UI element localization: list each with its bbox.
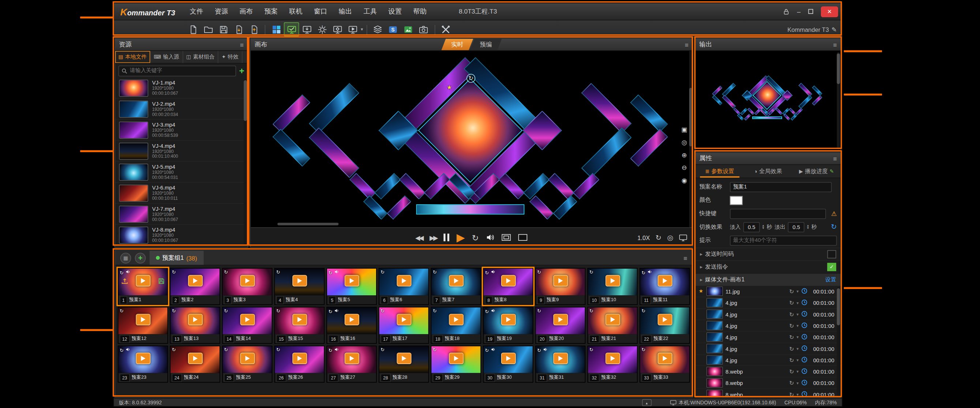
pause-button[interactable] bbox=[444, 233, 450, 241]
add-resource-button[interactable]: + bbox=[239, 66, 244, 75]
tip-input[interactable]: 最大支持40个字符 bbox=[730, 235, 837, 245]
preset-card-31[interactable]: ↻31预案31 bbox=[535, 346, 585, 383]
clock-icon[interactable] bbox=[801, 368, 807, 375]
clock-icon[interactable] bbox=[801, 299, 807, 307]
chevron-down-icon[interactable]: ▾ bbox=[361, 27, 363, 32]
loop-icon[interactable]: ↻ bbox=[789, 346, 794, 352]
chevron-down-icon[interactable]: ▾ bbox=[797, 323, 799, 328]
resources-tab-1[interactable]: ▤本地文件 bbox=[115, 51, 151, 63]
loop-icon[interactable]: ↻ bbox=[789, 368, 794, 375]
screen-down-icon[interactable] bbox=[299, 22, 315, 36]
search-input[interactable]: 请输入关键字 bbox=[119, 65, 236, 76]
hamburger-icon[interactable]: ≡ bbox=[833, 155, 837, 162]
chevron-down-icon[interactable]: ▾ bbox=[797, 335, 799, 339]
chevron-down-icon[interactable]: ▾ bbox=[797, 380, 799, 385]
checkbox[interactable] bbox=[827, 250, 836, 259]
preset-play-button[interactable] bbox=[396, 353, 411, 364]
preset-card-7[interactable]: ↻7预案7 bbox=[431, 268, 481, 305]
preset-card-26[interactable]: ↻26预案26 bbox=[274, 346, 325, 383]
clock-icon[interactable] bbox=[801, 390, 807, 397]
loop-icon[interactable]: ↻ bbox=[789, 357, 794, 363]
chevron-down-icon[interactable]: ▾ bbox=[797, 369, 799, 374]
preset-card-10[interactable]: ↻10预案10 bbox=[587, 268, 638, 305]
preset-play-button[interactable] bbox=[657, 275, 672, 287]
chevron-down-icon[interactable]: ▾ bbox=[797, 300, 799, 305]
chevron-down-icon[interactable]: ▾ bbox=[797, 312, 799, 317]
preset-play-button[interactable] bbox=[136, 275, 150, 287]
clock-icon[interactable] bbox=[801, 356, 807, 364]
loop-icon[interactable]: ↻ bbox=[789, 391, 794, 397]
preset-card-32[interactable]: ↻32预案32 bbox=[587, 346, 638, 383]
menu-tools[interactable]: 工具 bbox=[358, 3, 383, 20]
preset-play-button[interactable] bbox=[605, 314, 620, 325]
preset-play-button[interactable] bbox=[240, 314, 255, 325]
media-file-row[interactable]: 4.jpg↻▾00:01:00 bbox=[695, 309, 841, 320]
preset-card-2[interactable]: ↻2预案2 bbox=[170, 268, 220, 305]
loop-icon[interactable]: ↻ bbox=[789, 322, 794, 328]
stepper-icons[interactable]: ▴▾ bbox=[807, 225, 809, 229]
preset-card-18[interactable]: ↻18预案18 bbox=[431, 307, 481, 344]
star-icon[interactable]: ★ bbox=[698, 288, 704, 294]
layers-icon[interactable] bbox=[370, 22, 385, 36]
canvas-layer[interactable] bbox=[399, 173, 426, 199]
toggle-row-1[interactable]: ▸发送时间码 bbox=[695, 248, 841, 261]
preset-card-25[interactable]: ↻25预案25 bbox=[222, 346, 272, 383]
preset-play-button[interactable] bbox=[240, 353, 255, 364]
sync-icon[interactable]: ↻ bbox=[655, 233, 661, 242]
preset-card-27[interactable]: ↻27预案27 bbox=[326, 346, 376, 383]
hamburger-icon[interactable]: ≡ bbox=[685, 41, 689, 48]
preset-play-button[interactable] bbox=[344, 275, 359, 287]
canvas-layer[interactable] bbox=[416, 204, 525, 214]
fit-screen-icon[interactable]: ▣ bbox=[681, 126, 687, 133]
screen-play-icon[interactable] bbox=[345, 22, 360, 36]
preset-play-button[interactable] bbox=[396, 314, 411, 325]
plan-name-input[interactable]: 预案1 bbox=[730, 182, 832, 192]
hamburger-icon[interactable]: ≡ bbox=[684, 254, 687, 261]
preset-card-13[interactable]: ↻13预案13 bbox=[170, 307, 220, 344]
preset-play-button[interactable] bbox=[344, 353, 359, 364]
media-file-row[interactable]: 8.webp↻▾00:01:00 bbox=[695, 366, 841, 377]
canvas-layer[interactable] bbox=[363, 195, 387, 220]
screen-icon[interactable] bbox=[679, 234, 687, 241]
brightness-icon[interactable] bbox=[314, 22, 329, 36]
preset-play-button[interactable] bbox=[240, 275, 255, 287]
media-file-row[interactable]: 4.jpg↻▾00:01:00 bbox=[695, 320, 841, 332]
preset-play-button[interactable] bbox=[136, 314, 150, 325]
canvas-layer[interactable] bbox=[387, 195, 411, 220]
preset-card-9[interactable]: ↻9预案9 bbox=[535, 268, 585, 305]
restart-button[interactable]: ↻ bbox=[472, 233, 479, 242]
preset-play-button[interactable] bbox=[188, 314, 202, 325]
canvas-layer[interactable] bbox=[630, 129, 668, 166]
canvas-layer[interactable] bbox=[374, 173, 401, 199]
preset-card-17[interactable]: ↻17预案17 bbox=[379, 307, 429, 344]
export-icon[interactable] bbox=[246, 22, 262, 36]
preset-play-button[interactable] bbox=[501, 314, 515, 325]
aspect-ratio-button[interactable] bbox=[501, 233, 511, 241]
center-view-icon[interactable]: ◎ bbox=[667, 233, 673, 242]
canvas-hscrollbar[interactable] bbox=[277, 223, 338, 225]
preset-play-button[interactable] bbox=[188, 353, 202, 364]
image-icon[interactable] bbox=[401, 22, 416, 36]
preset-play-button[interactable] bbox=[657, 353, 672, 364]
play-button[interactable]: ▶ bbox=[457, 231, 465, 244]
canvas-layer[interactable] bbox=[272, 129, 310, 166]
media-file-row[interactable]: 8.webp↻▾00:01:00 bbox=[695, 378, 841, 389]
preset-group-tab[interactable]: 预案组1 (38) bbox=[150, 251, 204, 265]
add-group-button[interactable]: + bbox=[135, 252, 146, 263]
preset-card-29[interactable]: ↻29预案29 bbox=[431, 346, 481, 383]
preset-play-button[interactable] bbox=[449, 353, 463, 364]
preset-play-button[interactable] bbox=[344, 314, 359, 325]
save-icon[interactable] bbox=[158, 276, 165, 287]
resource-file-row[interactable]: VJ-4.mp41920*108000:01:10:400 bbox=[115, 140, 248, 161]
hamburger-icon[interactable]: ≡ bbox=[240, 41, 243, 48]
menu-resource[interactable]: 资源 bbox=[209, 3, 234, 20]
properties-tab-1[interactable]: ≣参数设置 bbox=[695, 165, 744, 178]
preset-card-28[interactable]: ↻28预案28 bbox=[379, 346, 429, 383]
resource-file-row[interactable]: VJ-3.mp41920*108000:00:58:539 bbox=[115, 120, 248, 140]
canvas-layer[interactable] bbox=[309, 128, 359, 178]
transition-refresh-icon[interactable]: ↻ bbox=[831, 223, 837, 231]
checkbox[interactable]: ✓ bbox=[827, 263, 836, 271]
clock-icon[interactable] bbox=[801, 322, 807, 329]
clock-icon[interactable] bbox=[801, 379, 807, 387]
media-scrollbar[interactable] bbox=[837, 287, 840, 396]
